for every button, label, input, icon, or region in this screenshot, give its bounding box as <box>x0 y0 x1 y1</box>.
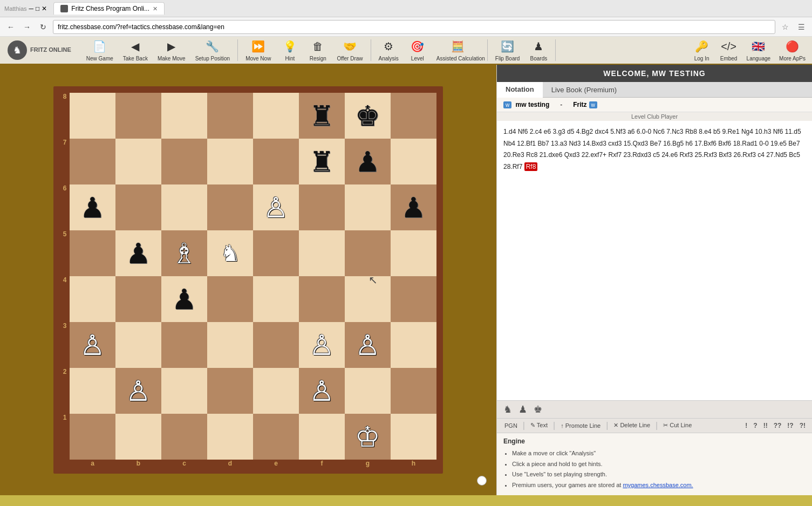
square-e6[interactable]: ♙ <box>253 184 299 230</box>
square-a3[interactable]: ♙ <box>70 322 115 368</box>
maximize-button[interactable]: □ <box>36 5 39 12</box>
square-c3[interactable] <box>161 322 207 368</box>
square-g8[interactable]: ♚ <box>345 93 391 139</box>
close-button[interactable]: ✕ <box>42 5 47 12</box>
square-e7[interactable] <box>253 139 299 184</box>
square-b6[interactable] <box>115 184 161 230</box>
square-f6[interactable] <box>299 184 345 230</box>
square-a2[interactable] <box>70 368 115 414</box>
square-f5[interactable] <box>299 230 345 276</box>
ann-excellent-button[interactable]: !! <box>761 421 770 430</box>
back-button[interactable]: ← <box>4 20 17 33</box>
square-g7[interactable]: ♟ <box>345 139 391 184</box>
square-a4[interactable] <box>70 276 115 322</box>
ann-bad-button[interactable]: ? <box>751 421 759 430</box>
king-icon[interactable]: ♚ <box>531 403 544 416</box>
square-c8[interactable] <box>161 93 207 139</box>
square-c1[interactable] <box>161 414 207 460</box>
delete-line-button[interactable]: ✕ Delete Line <box>610 421 653 430</box>
square-b2[interactable]: ♙ <box>115 368 161 414</box>
promote-line-button[interactable]: ↑ Promote Line <box>557 421 604 430</box>
tab-livebook[interactable]: Live Book (Premium) <box>543 82 625 97</box>
square-d4[interactable] <box>207 276 253 322</box>
square-b3[interactable] <box>115 322 161 368</box>
square-h7[interactable] <box>391 139 436 184</box>
square-b5[interactable]: ♟ <box>115 230 161 276</box>
language-button[interactable]: 🇬🇧 Language <box>742 37 775 64</box>
square-d3[interactable] <box>207 322 253 368</box>
knight-icon[interactable]: ♞ <box>501 403 514 416</box>
bookmark-button[interactable]: ☆ <box>779 20 791 33</box>
square-e3[interactable] <box>253 322 299 368</box>
square-a1[interactable] <box>70 414 115 460</box>
square-a5[interactable] <box>70 230 115 276</box>
square-b1[interactable] <box>115 414 161 460</box>
browser-menu-button[interactable]: ☰ <box>795 20 808 33</box>
embed-button[interactable]: </> Embed <box>715 37 742 64</box>
square-h8[interactable] <box>391 93 436 139</box>
square-c2[interactable] <box>161 368 207 414</box>
square-c7[interactable] <box>161 139 207 184</box>
offer-draw-button[interactable]: 🤝 Offer Draw <box>332 37 367 64</box>
square-c4[interactable]: ♟ <box>161 276 207 322</box>
browser-tab[interactable]: Fritz Chess Program Onli... ✕ <box>53 2 165 15</box>
boards-button[interactable]: ♟ Boards <box>525 37 552 64</box>
square-g2[interactable] <box>345 368 391 414</box>
square-b7[interactable] <box>115 139 161 184</box>
url-bar[interactable] <box>53 20 775 34</box>
square-f8[interactable]: ♜ <box>299 93 345 139</box>
square-e8[interactable] <box>253 93 299 139</box>
more-apps-button[interactable]: 🔴 More ApPs <box>775 37 810 64</box>
ann-dubious-button[interactable]: ?! <box>797 421 808 430</box>
make-move-button[interactable]: ▶ Make Move <box>153 37 190 64</box>
square-d7[interactable] <box>207 139 253 184</box>
forward-button[interactable]: → <box>21 20 33 33</box>
square-e5[interactable] <box>253 230 299 276</box>
square-f7[interactable]: ♜ <box>299 139 345 184</box>
square-b8[interactable] <box>115 93 161 139</box>
square-h4[interactable] <box>391 276 436 322</box>
text-button[interactable]: ✎ Text <box>527 421 551 430</box>
square-d5[interactable]: ♞ <box>207 230 253 276</box>
mygames-link[interactable]: mygames.chessbase.com. <box>623 482 693 488</box>
resign-button[interactable]: 🗑 Resign <box>304 37 331 64</box>
square-f1[interactable] <box>299 414 345 460</box>
setup-position-button[interactable]: 🔧 Setup Position <box>191 37 235 64</box>
square-f4[interactable] <box>299 276 345 322</box>
square-b4[interactable] <box>115 276 161 322</box>
hint-button[interactable]: 💡 Hint <box>276 37 303 64</box>
minimize-button[interactable]: ─ <box>29 5 34 12</box>
square-d6[interactable] <box>207 184 253 230</box>
square-g3[interactable]: ♙ <box>345 322 391 368</box>
pgn-button[interactable]: PGN <box>501 421 521 430</box>
tab-close-button[interactable]: ✕ <box>153 5 158 12</box>
move-now-button[interactable]: ⏩ Move Now <box>241 37 275 64</box>
tab-notation[interactable]: Notation <box>497 82 543 98</box>
square-g5[interactable] <box>345 230 391 276</box>
square-g6[interactable] <box>345 184 391 230</box>
pawn-icon[interactable]: ♟ <box>516 403 529 416</box>
login-button[interactable]: 🔑 Log In <box>688 37 715 64</box>
new-game-button[interactable]: 📄 New Game <box>82 37 118 64</box>
square-f3[interactable]: ♙ <box>299 322 345 368</box>
ann-blunder-button[interactable]: ?? <box>772 421 784 430</box>
square-e1[interactable] <box>253 414 299 460</box>
square-e2[interactable] <box>253 368 299 414</box>
square-h2[interactable] <box>391 368 436 414</box>
level-button[interactable]: 🎯 Level <box>404 37 431 64</box>
cut-line-button[interactable]: ✂ Cut Line <box>660 421 695 430</box>
square-h1[interactable] <box>391 414 436 460</box>
square-d1[interactable] <box>207 414 253 460</box>
square-h3[interactable] <box>391 322 436 368</box>
square-d8[interactable] <box>207 93 253 139</box>
square-e4[interactable] <box>253 276 299 322</box>
ann-good-button[interactable]: ! <box>743 421 749 430</box>
square-g1[interactable]: ♔ <box>345 414 391 460</box>
ann-interesting-button[interactable]: !? <box>785 421 795 430</box>
square-g4[interactable] <box>345 276 391 322</box>
square-c5[interactable]: ♗ <box>161 230 207 276</box>
reload-button[interactable]: ↻ <box>37 20 50 33</box>
square-c6[interactable] <box>161 184 207 230</box>
square-h5[interactable] <box>391 230 436 276</box>
square-h6[interactable]: ♟ <box>391 184 436 230</box>
